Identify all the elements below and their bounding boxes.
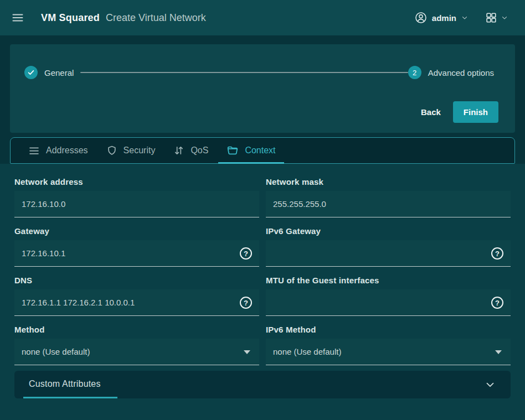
shield-icon [106, 145, 117, 156]
help-icon[interactable]: ? [491, 297, 503, 309]
page-title: Create Virtual Network [106, 12, 206, 24]
user-label: admin [432, 13, 456, 23]
back-button[interactable]: Back [418, 103, 444, 121]
step-advanced-options-label: Advanced options [428, 68, 494, 77]
field-label: IPv6 Method [266, 325, 511, 334]
help-icon[interactable]: ? [240, 247, 252, 260]
top-bar: VM Squared Create Virtual Network admin [0, 0, 525, 35]
tab-security[interactable]: Security [106, 138, 156, 163]
chevron-down-icon [461, 14, 469, 22]
tab-label: QoS [191, 146, 208, 155]
method-select[interactable]: none (Use default) [14, 339, 259, 365]
field-ipv6-gateway: IPv6 Gateway ? [266, 226, 511, 267]
context-form: Network address Network mask Gateway ? I… [0, 164, 525, 420]
folder-icon [227, 144, 239, 157]
apps-menu[interactable] [485, 12, 508, 24]
step-2-badge[interactable]: 2 [408, 66, 421, 79]
field-label: IPv6 Gateway [266, 226, 511, 236]
stepper: General 2 Advanced options [10, 66, 515, 79]
field-label: Network address [14, 177, 259, 186]
caret-down-icon [495, 350, 502, 354]
step-general-label: General [44, 68, 74, 77]
tab-context[interactable]: Context [227, 138, 275, 163]
tab-addresses[interactable]: Addresses [28, 138, 88, 163]
breadcrumb: VM Squared Create Virtual Network [41, 12, 206, 24]
tab-label: Security [123, 146, 156, 155]
list-icon [28, 145, 40, 157]
field-label: DNS [14, 276, 259, 285]
field-label: Gateway [14, 226, 259, 236]
dns-input[interactable] [14, 289, 259, 316]
tab-bar: Addresses Security QoS Context [10, 137, 515, 164]
field-ipv6-method: IPv6 Method none (Use default) [266, 325, 511, 365]
stepper-connector [80, 72, 408, 73]
field-dns: DNS ? [14, 276, 259, 316]
field-network-mask: Network mask [266, 177, 511, 217]
chevron-down-icon[interactable] [484, 378, 496, 391]
network-address-input[interactable] [14, 191, 259, 217]
wizard-panel: General 2 Advanced options Back Finish [10, 44, 515, 133]
field-mtu: MTU of the Guest interfaces ? [266, 276, 511, 316]
chevron-down-icon [501, 14, 508, 22]
app-name: VM Squared [41, 12, 100, 24]
finish-button[interactable]: Finish [453, 101, 498, 123]
field-network-address: Network address [14, 177, 259, 217]
mtu-input[interactable] [266, 289, 511, 316]
method-select-value: none (Use default) [22, 347, 90, 356]
tab-label: Context [245, 146, 275, 155]
ipv6-method-select-value: none (Use default) [273, 347, 341, 356]
field-label: Network mask [266, 177, 511, 186]
ipv6-method-select[interactable]: none (Use default) [266, 339, 511, 365]
user-avatar-icon [414, 11, 428, 24]
tab-label: Addresses [46, 146, 88, 155]
field-label: Method [14, 325, 259, 334]
caret-down-icon [244, 350, 250, 354]
custom-attributes-tab: Custom Attributes [23, 371, 117, 398]
field-method: Method none (Use default) [14, 325, 259, 365]
gateway-input[interactable] [14, 240, 259, 267]
custom-attributes-label: Custom Attributes [29, 379, 101, 389]
ipv6-gateway-input[interactable] [266, 240, 511, 267]
step-completed-check-icon[interactable] [24, 66, 38, 79]
custom-attributes-accordion[interactable]: Custom Attributes [14, 371, 511, 398]
apps-grid-icon [485, 12, 497, 24]
menu-icon[interactable] [11, 11, 24, 24]
field-label: MTU of the Guest interfaces [266, 276, 511, 285]
help-icon[interactable]: ? [491, 247, 503, 260]
tab-qos[interactable]: QoS [173, 138, 208, 163]
network-mask-input[interactable] [266, 191, 511, 217]
sort-arrows-icon [173, 145, 184, 156]
field-gateway: Gateway ? [14, 226, 259, 267]
user-menu[interactable]: admin [414, 11, 469, 24]
help-icon[interactable]: ? [240, 297, 252, 309]
